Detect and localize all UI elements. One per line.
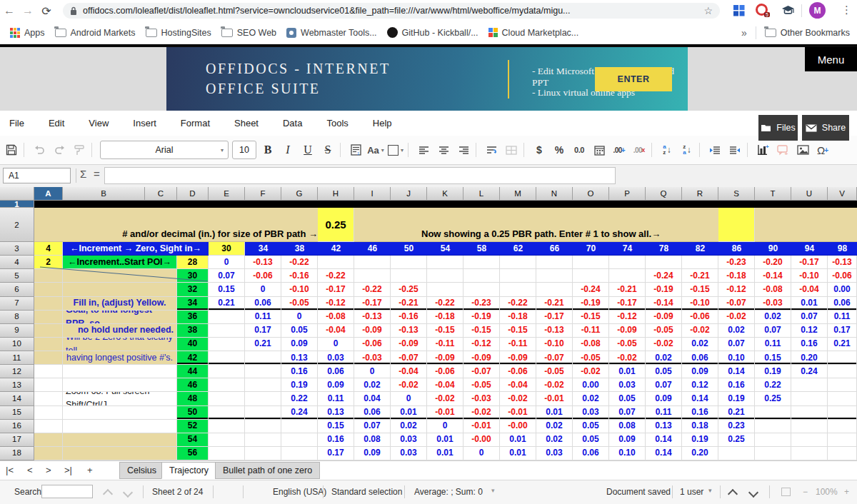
cell[interactable]: 0.03	[536, 447, 573, 460]
cell[interactable]	[463, 283, 500, 296]
cell[interactable]: -0.00	[463, 433, 500, 447]
row-header[interactable]: 15	[0, 406, 34, 420]
stats-display[interactable]: Average: ; Sum: 0	[414, 487, 483, 497]
cell[interactable]: -0.06	[427, 365, 463, 378]
column-header[interactable]: U	[791, 187, 828, 201]
redo-button[interactable]	[51, 141, 68, 159]
cell[interactable]: -0.12	[718, 283, 755, 296]
range-label-cell[interactable]: 56	[177, 447, 209, 460]
cell[interactable]: -0.22	[318, 269, 354, 283]
cell[interactable]	[791, 433, 828, 447]
cell[interactable]: 0.08	[354, 433, 391, 447]
range-label-cell[interactable]: 54	[177, 433, 209, 447]
cell[interactable]	[281, 447, 318, 460]
cell[interactable]: -0.09	[609, 324, 646, 338]
save-button[interactable]	[3, 141, 20, 159]
cell[interactable]: 0.09	[609, 433, 646, 447]
cell[interactable]: ←Increment..Start POI→	[63, 256, 177, 269]
cell[interactable]	[791, 392, 828, 405]
row-header[interactable]: 5	[0, 269, 34, 283]
cell[interactable]	[828, 365, 857, 378]
range-header-cell[interactable]: 78	[646, 242, 682, 256]
cell[interactable]	[34, 324, 63, 338]
cell[interactable]: 0.15	[755, 351, 791, 365]
range-header-cell[interactable]: 86	[718, 242, 755, 256]
cell[interactable]: -0.11	[500, 338, 536, 351]
range-header-cell[interactable]: 62	[500, 242, 536, 256]
cell[interactable]: 0.10	[609, 447, 646, 460]
graduation-cap-icon[interactable]	[781, 4, 795, 19]
cell[interactable]: -0.17	[791, 256, 828, 269]
column-header[interactable]: V	[828, 187, 857, 201]
cell[interactable]: 0.15	[209, 283, 245, 296]
row-header[interactable]: 17	[0, 433, 34, 447]
cell[interactable]: 0.05	[573, 433, 609, 447]
cell[interactable]	[63, 433, 177, 447]
bookmark-cloud-marketplace[interactable]: Cloud Marketplac...	[488, 28, 579, 38]
cell[interactable]: -0.01	[536, 392, 573, 405]
zoom-out-button[interactable]: −	[803, 487, 808, 497]
share-button[interactable]: Share	[802, 115, 849, 141]
cell[interactable]: 0.12	[791, 324, 828, 338]
cell[interactable]: -0.23	[718, 256, 755, 269]
cell[interactable]: -0.15	[463, 324, 500, 338]
cell[interactable]: -0.14	[755, 269, 791, 283]
column-header[interactable]: O	[573, 187, 609, 201]
cell[interactable]	[245, 433, 281, 447]
cell[interactable]	[828, 406, 857, 420]
cell[interactable]	[463, 256, 500, 269]
cell[interactable]: -0.02	[536, 378, 573, 392]
cell[interactable]: -0.06	[500, 365, 536, 378]
cell[interactable]: -0.13	[354, 311, 391, 324]
cell[interactable]	[34, 447, 63, 460]
cell[interactable]: 0.02	[391, 420, 427, 433]
cell[interactable]: 0.05	[573, 420, 609, 433]
cell[interactable]	[34, 269, 63, 283]
cell[interactable]: -0.02	[463, 406, 500, 420]
cell[interactable]: 0.07	[791, 311, 828, 324]
range-label-cell[interactable]: 46	[177, 378, 209, 392]
menu-insert[interactable]: Insert	[133, 118, 156, 128]
scroll-up-icon[interactable]	[729, 490, 736, 500]
cell[interactable]	[281, 420, 318, 433]
cell[interactable]: 0.05	[281, 324, 318, 338]
cell[interactable]: having longest positive #'s.	[63, 351, 177, 365]
column-header[interactable]: D	[177, 187, 209, 201]
cell[interactable]: Fill in, (adjust) Yellow.	[63, 297, 177, 311]
cell[interactable]: 0.21	[245, 338, 281, 351]
cell[interactable]: 0.02	[573, 392, 609, 405]
cell[interactable]: -0.02	[646, 338, 682, 351]
cell[interactable]: 0.17	[828, 324, 857, 338]
cell[interactable]: 0.03	[391, 433, 427, 447]
row-header[interactable]: 9	[0, 324, 34, 338]
cell[interactable]: -0.21	[609, 283, 646, 296]
cell[interactable]: -0.10	[791, 269, 828, 283]
cell[interactable]: -0.12	[463, 338, 500, 351]
range-label-cell[interactable]: 32	[177, 283, 209, 296]
align-left-button[interactable]	[415, 141, 432, 159]
cell[interactable]: -0.18	[427, 311, 463, 324]
column-header[interactable]: L	[463, 187, 500, 201]
decrease-indent-button[interactable]	[726, 141, 743, 159]
range-label-cell[interactable]: 40	[177, 338, 209, 351]
cell[interactable]: 0.02	[682, 338, 718, 351]
cell[interactable]: 0.20	[682, 447, 718, 460]
cell[interactable]: 0.20	[791, 351, 828, 365]
cell[interactable]: -0.05	[281, 297, 318, 311]
forward-icon[interactable]: →	[19, 4, 37, 17]
cell[interactable]: 0.12	[682, 378, 718, 392]
font-color-button[interactable]: Aa▾	[367, 141, 384, 159]
cell[interactable]: 0.01	[609, 365, 646, 378]
range-header-cell[interactable]: 46	[354, 242, 391, 256]
sort-ascending-button[interactable]: az ↓	[658, 141, 676, 159]
cell[interactable]	[209, 351, 245, 365]
cell[interactable]: -0.22	[500, 297, 536, 311]
column-header[interactable]: H	[318, 187, 354, 201]
previous-sheet-icon[interactable]: <	[27, 465, 33, 475]
cell[interactable]: -0.04	[427, 378, 463, 392]
cell[interactable]: -0.02	[718, 311, 755, 324]
range-header-cell[interactable]: 82	[682, 242, 718, 256]
cell[interactable]: -0.13	[536, 324, 573, 338]
range-header-cell[interactable]: 34	[245, 242, 281, 256]
sheet-info[interactable]: Sheet 2 of 24	[152, 487, 203, 497]
